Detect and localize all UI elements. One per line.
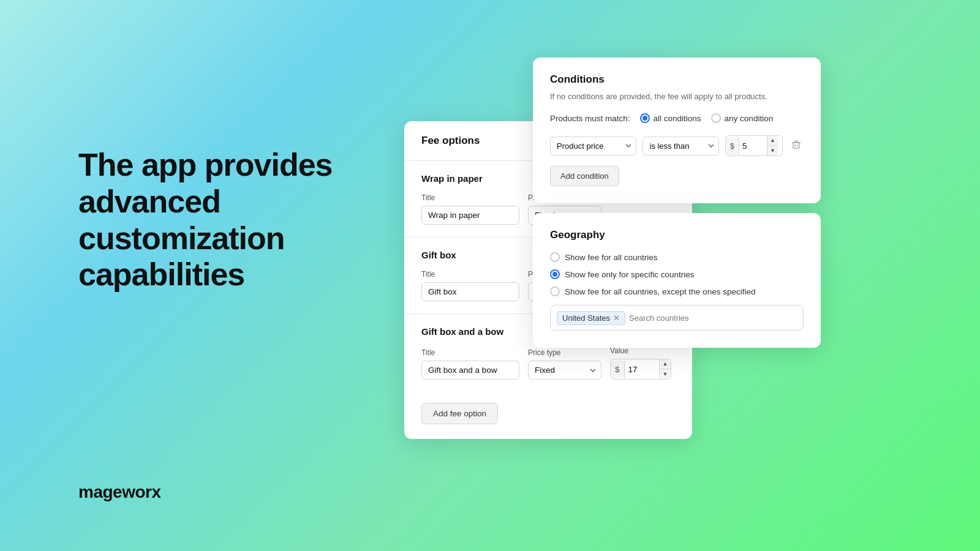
condition-op-select[interactable]: is less than is greater than equals is n… [643,137,718,156]
field-label-title-giftbox: Title [421,270,519,279]
condition-value-wrap: $ ▲ ▼ [725,135,783,156]
country-tag-us: United States ✕ [557,311,625,325]
radio-any-circle [711,113,721,123]
radio-any-condition[interactable]: any condition [711,113,774,123]
radio-all-conditions[interactable]: all conditions [640,113,701,123]
field-group-value-giftboxbow: Value $ ▲ ▼ [610,347,671,380]
radio-all-circle [640,113,650,123]
condition-currency: $ [726,137,739,155]
add-condition-button[interactable]: Add condition [550,166,619,186]
geo-option-except-label: Show fee for all countries, except the o… [565,287,755,296]
geo-option-all[interactable]: Show fee for all countries [550,252,804,262]
radio-any-label: any condition [725,114,774,123]
value-up-giftboxbow[interactable]: ▲ [660,359,671,369]
price-type-select-giftboxbow[interactable]: Fixed Percent [528,361,601,380]
geo-option-all-label: Show fee for all countries [565,253,658,262]
field-group-price-giftboxbow: Price type Fixed Percent [528,348,601,380]
left-text-block: The app provides advanced customization … [78,147,372,293]
condition-down[interactable]: ▼ [767,146,778,156]
value-down-giftboxbow[interactable]: ▼ [660,369,671,379]
value-input-giftboxbow[interactable] [625,361,659,378]
radio-all-inner [643,116,647,121]
conditions-card: Conditions If no conditions are provided… [533,58,821,203]
radio-geo-specific-circle [550,269,560,279]
svg-rect-0 [793,143,799,148]
condition-row: Product price Product weight Product qty… [550,135,804,156]
field-group-title-wrap: Title [421,193,519,225]
conditions-title: Conditions [550,73,804,86]
conditions-desc: If no conditions are provided, the fee w… [550,92,804,101]
radio-geo-except-circle [550,287,560,296]
field-label-title-giftboxbow: Title [421,348,519,357]
field-group-title-giftbox: Title [421,270,519,301]
countries-search-input[interactable] [629,313,732,323]
fee-fields-giftboxbow: Title Price type Fixed Percent Value $ ▲… [421,347,675,380]
title-input-giftboxbow[interactable] [421,361,519,380]
brand-logo: mageworx [78,482,161,502]
currency-prefix-giftboxbow: $ [611,361,625,378]
match-label: Products must match: [550,114,630,123]
condition-value-input[interactable] [739,137,767,155]
geo-option-except[interactable]: Show fee for all countries, except the o… [550,287,804,296]
radio-all-label: all conditions [654,114,701,123]
field-value-wrap-giftboxbow: $ ▲ ▼ [610,359,671,380]
add-fee-button[interactable]: Add fee option [421,403,498,424]
condition-type-select[interactable]: Product price Product weight Product qty [550,137,636,156]
countries-input-wrap[interactable]: United States ✕ [550,305,804,331]
geography-title: Geography [550,229,804,241]
country-tag-us-remove[interactable]: ✕ [613,313,620,323]
field-label-value-giftboxbow: Value [610,347,671,355]
condition-delete-button[interactable] [789,137,804,154]
country-tag-us-label: United States [562,313,610,323]
geo-option-specific-label: Show fee only for specific countries [565,270,695,279]
field-group-title-giftboxbow: Title [421,348,519,380]
trash-icon [791,140,801,149]
condition-up[interactable]: ▲ [767,136,778,146]
radio-geo-specific-inner [552,272,557,277]
title-input-wrap[interactable] [421,206,519,225]
geography-card: Geography Show fee for all countries Sho… [533,213,821,348]
field-label-title-wrap: Title [421,193,519,202]
value-spinners-giftboxbow: ▲ ▼ [659,359,671,379]
match-row: Products must match: all conditions any … [550,113,804,123]
field-label-price-giftboxbow: Price type [528,348,601,357]
geo-option-specific[interactable]: Show fee only for specific countries [550,269,804,279]
radio-geo-all-circle [550,252,560,262]
title-input-giftbox[interactable] [421,282,519,301]
condition-spinners: ▲ ▼ [767,136,778,156]
headline: The app provides advanced customization … [78,147,372,293]
